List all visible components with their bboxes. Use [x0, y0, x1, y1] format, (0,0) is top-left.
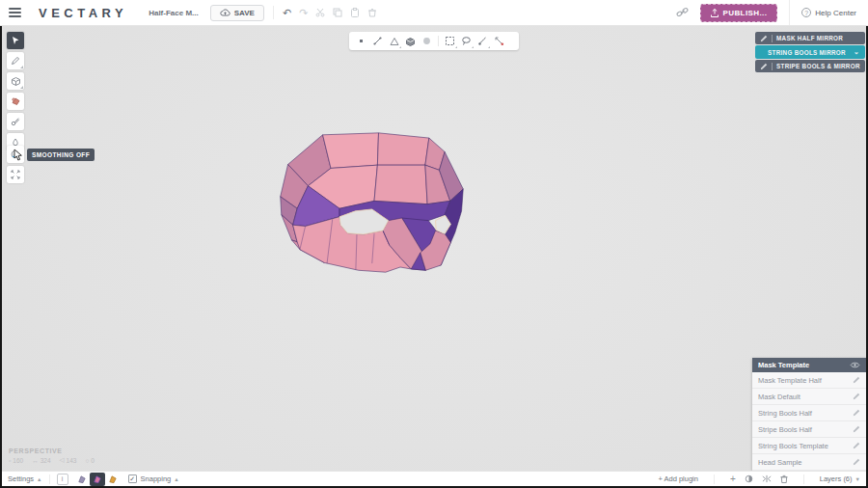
- help-center-button[interactable]: ? Help Center: [789, 0, 868, 25]
- delete-icon[interactable]: [367, 8, 377, 17]
- shader-material-button[interactable]: [90, 473, 105, 486]
- sphere-mode-icon[interactable]: [419, 33, 435, 49]
- edge-mode-icon[interactable]: [369, 33, 386, 49]
- modifier-label: MASK HALF MIRROR: [776, 35, 843, 41]
- trash-icon[interactable]: [780, 474, 788, 483]
- paste-icon[interactable]: [350, 8, 360, 17]
- modifier-string-bools-mirror[interactable]: STRING BOOLS MIRROR ⌄ ⋮: [755, 45, 865, 59]
- undo-icon[interactable]: ↶: [283, 8, 291, 17]
- snapping-checkbox[interactable]: ✓: [128, 474, 137, 483]
- divider: [273, 6, 274, 19]
- layers-panel-header[interactable]: Mask Template: [752, 358, 866, 372]
- layer-label: Stripe Bools Half: [758, 425, 812, 434]
- dropdown-corner: [20, 86, 23, 89]
- pencil-icon[interactable]: [853, 425, 860, 433]
- layer-row[interactable]: Stripe Bools Half: [752, 421, 866, 438]
- add-object-icon[interactable]: +: [730, 474, 736, 484]
- tool-primitive[interactable]: [7, 72, 24, 90]
- pencil-icon[interactable]: [853, 458, 860, 466]
- expand-arrows-icon: [11, 170, 20, 179]
- layer-label: String Bools Half: [758, 409, 812, 418]
- add-plugin-button[interactable]: + Add plugin: [658, 474, 698, 483]
- shader-wireframe-button[interactable]: [74, 473, 90, 486]
- pencil-icon[interactable]: [853, 393, 860, 400]
- copy-icon[interactable]: [333, 8, 342, 17]
- settings-button[interactable]: Settings▲: [8, 474, 42, 483]
- eye-icon[interactable]: [850, 362, 860, 368]
- top-bar: VECTARY Half-Face M... SAVE ↶ ↷ PUBLISH.…: [0, 0, 868, 26]
- pencil-icon: [760, 63, 768, 70]
- layer-row[interactable]: String Bools Template: [752, 438, 866, 454]
- save-button[interactable]: SAVE: [210, 5, 264, 21]
- cloud-upload-icon: [220, 9, 231, 16]
- objects-icon: ○: [85, 457, 89, 464]
- layer-row[interactable]: Mask Template Half: [752, 372, 866, 389]
- divider: [772, 35, 773, 42]
- cube-icon: [11, 76, 21, 86]
- pencil-icon: [760, 35, 768, 42]
- vectary-editor-window: VECTARY Half-Face M... SAVE ↶ ↷ PUBLISH.…: [0, 0, 868, 488]
- vertex-mode-icon[interactable]: [353, 33, 369, 49]
- history-toolbar: ↶ ↷: [283, 8, 377, 17]
- status-bar-right: + Add plugin + Layers (6)▼: [658, 474, 860, 484]
- pen-icon: [11, 56, 20, 66]
- merge-icon[interactable]: [762, 474, 772, 483]
- divider: [803, 474, 804, 484]
- divider: [714, 474, 715, 484]
- info-icon[interactable]: i: [57, 474, 68, 485]
- layer-label: String Bools Template: [758, 442, 828, 450]
- sphere-toggle-icon[interactable]: [745, 474, 753, 483]
- faces-count: 143: [67, 457, 77, 464]
- redo-icon[interactable]: ↷: [299, 8, 308, 17]
- snap-transform-icon[interactable]: [491, 33, 507, 49]
- object-mode-icon[interactable]: [402, 33, 419, 49]
- help-label: Help Center: [815, 9, 856, 17]
- cursor-icon: [11, 36, 20, 45]
- faces-icon: ◁: [60, 456, 65, 464]
- marquee-select-icon[interactable]: [442, 33, 458, 49]
- modifier-label: STRING BOOLS MIRROR: [768, 49, 846, 56]
- layer-label: Mask Default: [758, 393, 800, 401]
- publish-button[interactable]: PUBLISH...: [700, 4, 778, 22]
- modifier-label: STRIPE BOOLS & MIRROR: [776, 63, 860, 69]
- chevron-down-icon[interactable]: ⌄: [854, 48, 859, 56]
- tool-fit-view[interactable]: [7, 166, 24, 183]
- smoothing-tooltip: SMOOTHING OFF: [27, 149, 95, 161]
- document-title[interactable]: Half-Face M...: [149, 9, 199, 17]
- mask-3d-model[interactable]: [270, 125, 617, 362]
- hamburger-menu-icon[interactable]: [0, 0, 29, 26]
- layer-row[interactable]: String Bools Half: [752, 405, 866, 421]
- window-border: [0, 26, 2, 488]
- layer-row[interactable]: Mask Default: [752, 389, 866, 405]
- vertices-count: 160: [13, 457, 23, 464]
- tool-material[interactable]: [7, 93, 24, 110]
- face-mode-icon[interactable]: [386, 33, 402, 49]
- shader-rendered-button[interactable]: [105, 473, 121, 486]
- pencil-icon[interactable]: [853, 376, 860, 384]
- mesh-selection-toolbar: [349, 32, 519, 50]
- camera-mode-label[interactable]: PERSPECTIVE: [9, 447, 63, 454]
- snapping-button[interactable]: Snapping▲: [141, 474, 179, 483]
- lasso-select-icon[interactable]: [458, 33, 475, 49]
- tool-select[interactable]: [7, 32, 24, 49]
- modifier-stripe-bools-mirror[interactable]: STRIPE BOOLS & MIRROR: [755, 60, 865, 72]
- share-link-icon[interactable]: [676, 7, 689, 18]
- layer-row[interactable]: Head Sample: [752, 454, 866, 471]
- tool-modeling[interactable]: [7, 113, 24, 130]
- help-icon: ?: [801, 8, 811, 17]
- pencil-icon[interactable]: [853, 409, 860, 417]
- tool-smoothing[interactable]: [7, 146, 24, 163]
- modifier-mask-half-mirror[interactable]: MASK HALF MIRROR: [755, 32, 865, 44]
- tool-pen[interactable]: [7, 52, 24, 69]
- divider: [49, 474, 50, 484]
- panel-title: Mask Template: [758, 361, 809, 369]
- brush-select-icon[interactable]: [475, 33, 491, 49]
- status-bar: Settings▲ i ✓ Snapping▲ + Add plugin + L…: [0, 471, 868, 486]
- layers-button[interactable]: Layers (6)▼: [820, 474, 860, 483]
- chevron-up-icon: ▲: [174, 476, 178, 482]
- chevron-up-icon: ▲: [37, 476, 41, 482]
- cut-icon[interactable]: [315, 8, 325, 17]
- material-icon: [11, 96, 21, 106]
- layers-label: Layers (6): [820, 474, 853, 483]
- pencil-icon[interactable]: [853, 442, 860, 449]
